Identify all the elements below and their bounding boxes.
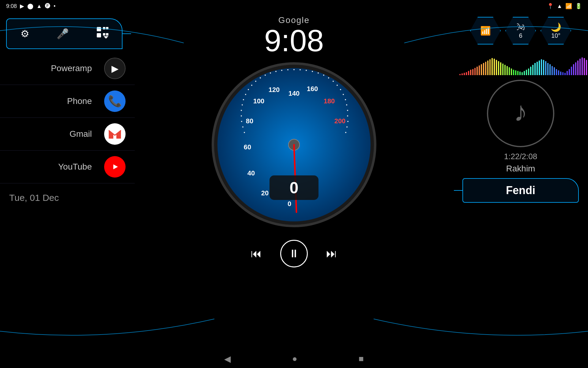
svg-point-37 [343,94,344,95]
eq-bar [468,71,469,75]
svg-point-45 [270,72,271,74]
eq-bar [466,72,467,75]
svg-point-59 [347,121,349,122]
eq-bar [541,59,542,75]
pause-button[interactable]: ⏸ [280,240,308,267]
eq-bar [579,59,581,75]
eq-bar [513,70,514,75]
status-right: 📍 ▲ 📶 🔋 [547,3,582,10]
svg-text:120: 120 [269,86,280,94]
eq-bar [500,62,501,75]
svg-point-61 [345,132,346,133]
eq-bar [459,74,461,75]
svg-point-47 [260,77,261,79]
home-button[interactable]: ● [292,354,297,364]
wind-value: 6 [519,32,522,39]
svg-point-43 [281,70,282,71]
eq-bar [524,71,525,75]
svg-rect-5 [106,33,108,36]
eq-bar [530,67,531,75]
speedometer: 140 160 180 200 120 100 80 60 40 20 0 0 [208,59,380,231]
app-item-phone[interactable]: Phone 📞 [0,85,135,118]
dot-icon: • [54,3,55,10]
eq-bar [489,59,491,75]
svg-rect-4 [103,33,105,36]
svg-point-53 [242,104,243,105]
svg-text:160: 160 [307,85,318,93]
grid-icon[interactable] [96,26,108,41]
nav-bar: ◀ ● ■ [0,350,588,368]
eq-bar [586,60,587,75]
app-item-poweramp[interactable]: Poweramp ▶ [0,52,135,85]
eq-bar [472,69,473,75]
eq-bar [507,66,508,75]
svg-point-54 [241,110,242,111]
eq-bar [558,70,559,75]
song-time: 1:22/2:08 [504,152,537,161]
svg-point-50 [248,89,249,90]
svg-point-55 [241,115,242,117]
svg-point-58 [244,132,245,133]
location-icon: 📍 [547,3,554,10]
eq-bar [492,58,493,75]
eq-bar [487,60,488,75]
eq-bar [571,67,572,75]
back-button[interactable]: ◀ [224,354,231,364]
battery-icon: 🔋 [575,3,582,10]
eq-bar [545,61,546,75]
moon-icon: 🌙 [551,22,561,32]
svg-rect-3 [97,33,101,37]
eq-bar [509,67,510,75]
wifi-status: 📶 [470,17,501,44]
svg-point-35 [337,85,338,86]
svg-point-27 [293,69,295,70]
top-status-icons: 📶 🌬 6 🌙 10° [470,17,571,44]
eq-bar [479,65,480,75]
eq-bar [483,63,484,75]
eq-bar [522,72,523,75]
app-label-gmail: Gmail [9,129,98,139]
svg-point-28 [300,69,301,71]
stop-icon: ⬤ [27,3,33,10]
app-label-phone: Phone [9,96,98,106]
svg-point-41 [347,115,348,117]
svg-point-56 [241,121,242,122]
app-item-youtube[interactable]: YouTube [0,151,135,183]
poweramp-icon: ▶ [104,58,126,79]
microphone-icon[interactable]: 🎤 [57,28,69,40]
svg-point-39 [346,104,347,105]
phone-icon: 📞 [104,90,126,112]
eq-bar [464,73,465,75]
status-time: 9:08 [6,3,17,10]
prev-button[interactable]: ⏮ [251,247,262,260]
svg-point-46 [265,75,266,76]
svg-point-32 [323,75,324,76]
equalizer [456,51,585,75]
p-icon: 🅟 [45,3,51,10]
svg-text:0: 0 [288,200,291,208]
settings-icon[interactable]: ⚙ [21,28,29,40]
main-time: 9:08 [264,25,324,56]
date-text: Tue, 01 Dec [9,193,59,203]
app-item-gmail[interactable]: Gmail [0,118,135,151]
svg-point-48 [255,81,256,82]
eq-bar [470,70,471,75]
song-title-banner[interactable]: Fendi [462,178,579,203]
svg-point-52 [243,99,244,100]
left-panel: ⚙ 🎤 Poweramp ▶ Phone 📞 Gmail [0,12,135,356]
next-button[interactable]: ⏭ [326,247,337,260]
eq-bar [494,59,495,75]
eq-bar [560,71,561,75]
recent-button[interactable]: ■ [359,354,364,364]
eq-bar [573,64,574,75]
svg-rect-1 [103,27,105,29]
svg-text:♪: ♪ [514,96,528,127]
media-controls: ⏮ ⏸ ⏭ [251,240,337,267]
eq-bar [534,63,536,75]
artist-name: Rakhim [506,164,535,174]
svg-text:180: 180 [324,97,335,105]
eq-bar [481,64,482,75]
eq-bar [552,66,553,75]
song-title-text: Fendi [506,184,535,197]
svg-point-44 [275,71,277,72]
